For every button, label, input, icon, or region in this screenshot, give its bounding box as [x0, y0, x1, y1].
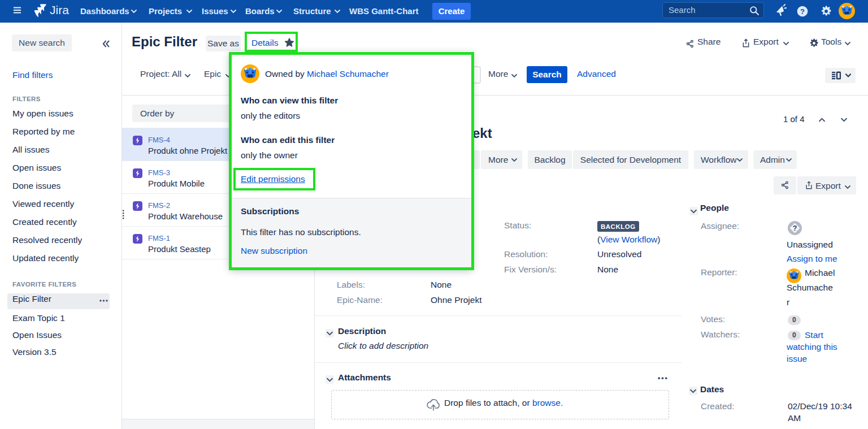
- svg-text:?: ?: [793, 224, 797, 232]
- svg-text:?: ?: [800, 7, 805, 16]
